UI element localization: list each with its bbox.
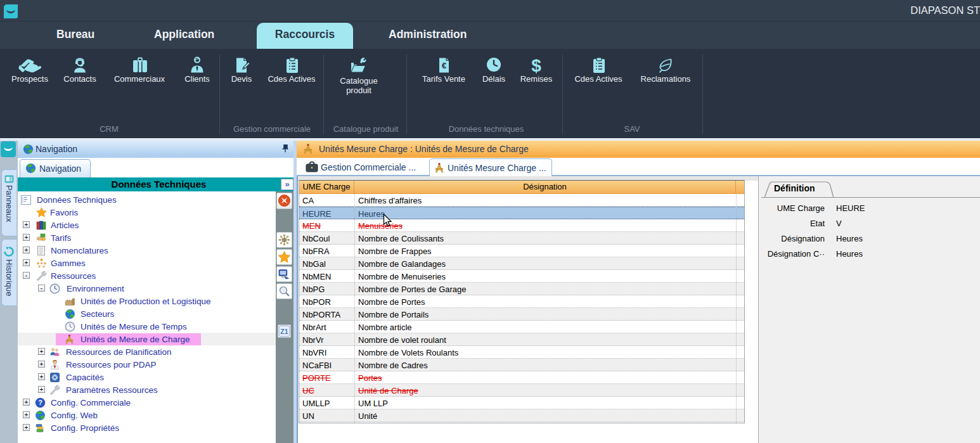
svg-text:Z1: Z1 xyxy=(280,328,288,335)
svg-text:$: $ xyxy=(531,56,541,74)
svg-text:?: ? xyxy=(38,399,42,406)
svg-text:€: € xyxy=(442,61,446,70)
